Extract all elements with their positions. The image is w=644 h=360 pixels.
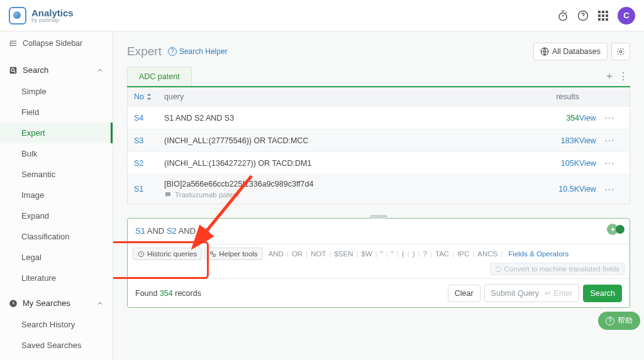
sidebar-item-field[interactable]: Field bbox=[0, 102, 113, 123]
token-ipc[interactable]: IPC bbox=[454, 249, 472, 259]
table-row: S3(INCHI_ALL:(27775546)) OR TACD:MCC183K… bbox=[128, 129, 630, 152]
query-badge[interactable]: ✦ bbox=[607, 224, 625, 235]
help-pill[interactable]: ? 帮助 bbox=[598, 312, 640, 330]
view-link[interactable]: View bbox=[579, 185, 604, 194]
sidebar-item-expert[interactable]: Expert bbox=[0, 123, 113, 143]
cell-results: 183K bbox=[535, 136, 579, 145]
cell-results: 354 bbox=[535, 114, 579, 123]
fields-operators-link[interactable]: Fields & Operators bbox=[505, 249, 572, 259]
cell-no[interactable]: S2 bbox=[134, 159, 164, 168]
table-row: S4S1 AND S2 AND S3354View⋯ bbox=[128, 107, 630, 129]
svg-rect-17 bbox=[213, 254, 215, 256]
token-[interactable]: " bbox=[377, 249, 386, 259]
avatar[interactable]: C bbox=[618, 7, 635, 25]
clock-icon bbox=[9, 299, 18, 308]
cell-results: 10.5K bbox=[535, 185, 579, 194]
sidebar-item-legal[interactable]: Legal bbox=[0, 247, 113, 268]
collapse-sidebar[interactable]: Collapse Sidebar bbox=[0, 31, 113, 55]
tab-adc-patent[interactable]: ADC patent bbox=[127, 67, 192, 86]
row-more-button[interactable]: ⋯ bbox=[604, 112, 623, 124]
sidebar-item-simple[interactable]: Simple bbox=[0, 81, 113, 102]
sidebar-item-image[interactable]: Image bbox=[0, 185, 113, 205]
token-tac[interactable]: TAC bbox=[432, 249, 452, 259]
chevron-up-icon bbox=[96, 67, 104, 74]
query-footer: Found 354 records Clear Submit Query ↵ E… bbox=[128, 278, 630, 307]
sidebar-item-expand[interactable]: Expand bbox=[0, 205, 113, 226]
view-link[interactable]: View bbox=[579, 136, 604, 145]
results-table: No query results S4S1 AND S2 AND S3354Vi… bbox=[127, 87, 630, 204]
brand-byline: by patsnap bbox=[31, 18, 74, 23]
add-tab-button[interactable]: ＋ bbox=[602, 70, 616, 84]
sidebar-item-classification[interactable]: Classification bbox=[0, 226, 113, 247]
help-circle-icon: ? bbox=[168, 47, 177, 56]
convert-button[interactable]: Convert to machine translated fields bbox=[490, 263, 625, 275]
table-row: S2(INCHI_ALL:(136427227)) OR TACD:DM1105… bbox=[128, 152, 630, 175]
table-row: S1[BIO]2a566e66ccb225f1336a9c989c3ff7d4T… bbox=[128, 175, 630, 204]
token-[interactable]: ( bbox=[399, 249, 408, 259]
token-and[interactable]: AND bbox=[265, 249, 287, 259]
sidebar-item-semantic[interactable]: Semantic bbox=[0, 164, 113, 185]
tab-more-button[interactable]: ⋮ bbox=[616, 70, 630, 84]
search-section-label: Search bbox=[23, 65, 48, 75]
token-not[interactable]: NOT bbox=[308, 249, 329, 259]
sidebar: Collapse Sidebar Search SimpleFieldExper… bbox=[0, 31, 113, 360]
clear-button[interactable]: Clear bbox=[448, 285, 480, 302]
row-more-button[interactable]: ⋯ bbox=[604, 157, 623, 169]
token-[interactable]: ) bbox=[409, 249, 418, 259]
search-button[interactable]: Search bbox=[583, 285, 622, 302]
svg-rect-2 bbox=[10, 67, 17, 74]
sidebar-item-saved-searches[interactable]: Saved Searches bbox=[0, 335, 113, 356]
col-no[interactable]: No bbox=[134, 92, 164, 101]
token-sen[interactable]: $SEN bbox=[331, 249, 356, 259]
view-link[interactable]: View bbox=[579, 114, 604, 123]
all-databases-label: All Databases bbox=[552, 47, 601, 56]
helper-tools-button[interactable]: Helper tools bbox=[204, 248, 262, 260]
brand[interactable]: Analytics by patsnap bbox=[9, 7, 74, 25]
token-[interactable]: " bbox=[388, 249, 397, 259]
globe-icon bbox=[540, 47, 549, 56]
apps-icon[interactable] bbox=[597, 10, 609, 21]
sidebar-item-bulk[interactable]: Bulk bbox=[0, 143, 113, 164]
cell-results: 105K bbox=[535, 159, 579, 168]
cell-query: (INCHI_ALL:(136427227)) OR TACD:DM1 bbox=[164, 159, 535, 168]
sidebar-head-mysearches[interactable]: My Searches bbox=[0, 292, 113, 314]
help-icon[interactable] bbox=[577, 10, 589, 21]
help-pill-icon: ? bbox=[606, 317, 614, 325]
col-query: query bbox=[164, 92, 535, 101]
cell-no[interactable]: S3 bbox=[134, 136, 164, 145]
token-[interactable]: ? bbox=[420, 249, 430, 259]
search-helper-link[interactable]: ? Search Helper bbox=[168, 47, 228, 56]
settings-button[interactable] bbox=[611, 43, 630, 60]
token-ancs[interactable]: ANCS bbox=[474, 249, 501, 259]
svg-point-14 bbox=[619, 50, 622, 53]
stopwatch-icon[interactable] bbox=[557, 10, 569, 21]
row-more-button[interactable]: ⋯ bbox=[604, 183, 623, 195]
history-icon bbox=[138, 251, 145, 258]
refresh-icon bbox=[495, 266, 502, 273]
svg-rect-16 bbox=[211, 251, 213, 253]
cell-no[interactable]: S4 bbox=[134, 114, 164, 123]
query-note: Trastuzumab patent bbox=[164, 191, 535, 199]
cell-no[interactable]: S1 bbox=[134, 185, 164, 194]
historic-queries-button[interactable]: Historic queries bbox=[133, 248, 202, 260]
sidebar-item-search-history[interactable]: Search History bbox=[0, 314, 113, 335]
sort-icon bbox=[147, 94, 152, 100]
query-box: S1 AND S2 AND S3 ✦ Historic queries Help… bbox=[127, 218, 630, 308]
sidebar-item-literature[interactable]: Literature bbox=[0, 268, 113, 288]
token-w[interactable]: $W bbox=[358, 249, 375, 259]
col-results: results bbox=[535, 92, 579, 101]
query-toolbar: Historic queries Helper tools AND|OR|NOT… bbox=[128, 244, 630, 278]
found-records: Found 354 records bbox=[135, 289, 201, 298]
cell-query: S1 AND S2 AND S3 bbox=[164, 114, 535, 123]
token-or[interactable]: OR bbox=[289, 249, 306, 259]
search-section-icon bbox=[9, 66, 18, 75]
sidebar-head-search[interactable]: Search bbox=[0, 59, 113, 81]
search-helper-label: Search Helper bbox=[179, 47, 228, 56]
all-databases-button[interactable]: All Databases bbox=[533, 43, 608, 60]
row-more-button[interactable]: ⋯ bbox=[604, 134, 623, 146]
view-link[interactable]: View bbox=[579, 159, 604, 168]
query-input[interactable]: S1 AND S2 AND S3 ✦ bbox=[128, 219, 630, 244]
chevron-up-icon bbox=[96, 300, 104, 307]
cell-query: [BIO]2a566e66ccb225f1336a9c989c3ff7d4Tra… bbox=[164, 180, 535, 199]
submit-query-button[interactable]: Submit Query ↵ Enter bbox=[484, 284, 580, 302]
